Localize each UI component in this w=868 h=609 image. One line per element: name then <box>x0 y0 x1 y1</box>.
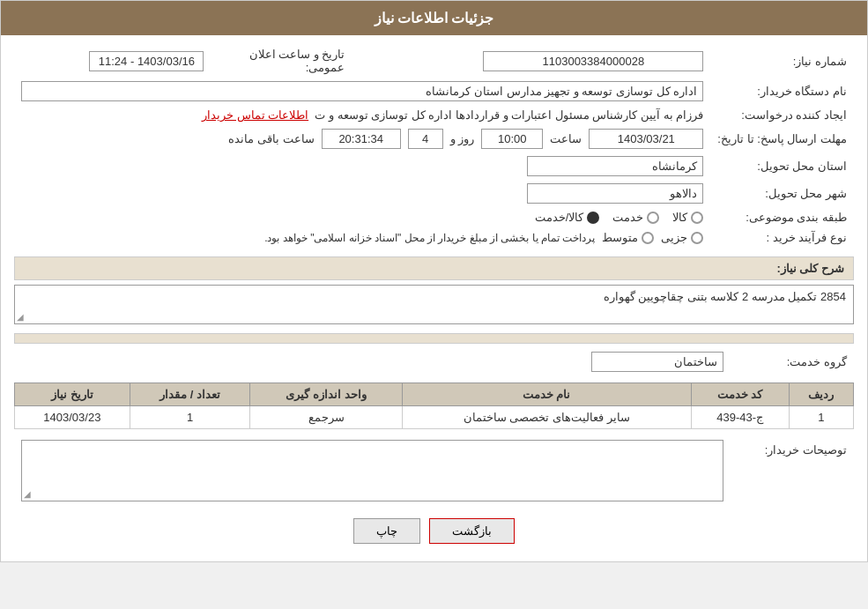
process-type-label: نوع فرآیند خرید : <box>710 227 854 248</box>
table-row: 1ج-43-439سایر فعالیت‌های تخصصی ساختمانسر… <box>15 406 854 429</box>
category-radio-khedmat[interactable]: خدمت <box>612 211 659 224</box>
creator-label: ایجاد کننده درخواست: <box>710 105 854 125</box>
back-button[interactable]: بازگشت <box>429 518 515 544</box>
days-label: روز و <box>450 132 475 145</box>
process-radio-jozii[interactable]: جزیی <box>661 231 703 244</box>
province-box: کرمانشاه <box>527 156 703 176</box>
cell-name: سایر فعالیت‌های تخصصی ساختمان <box>402 406 691 429</box>
button-row: بازگشت چاپ <box>14 518 854 544</box>
deadline-days-box: 4 <box>408 129 443 149</box>
pub-date-box: 1403/03/16 - 11:24 <box>89 51 204 71</box>
deadline-time-box: 10:00 <box>481 129 543 149</box>
province-value: کرمانشاه <box>14 152 710 180</box>
col-date: تاریخ نیاز <box>15 383 130 406</box>
col-code: کد خدمت <box>691 383 789 406</box>
buyer-org-value: اداره کل توسازی توسعه و تجهیز مدارس استا… <box>14 78 710 105</box>
city-value: دالاهو <box>14 180 710 207</box>
need-number-box: 1103003384000028 <box>483 51 703 71</box>
deadline-date-box: 1403/03/21 <box>589 129 703 149</box>
col-row: ردیف <box>789 383 853 406</box>
process-type-value: جزیی متوسط پرداخت تمام یا بخشی از مبلغ خ… <box>14 227 710 248</box>
col-qty: تعداد / مقدار <box>130 383 250 406</box>
cell-qty: 1 <box>130 406 250 429</box>
col-name: نام خدمت <box>402 383 691 406</box>
need-number-value: 1103003384000028 <box>352 44 710 78</box>
services-table: ردیف کد خدمت نام خدمت واحد اندازه گیری ت… <box>14 382 854 429</box>
category-label: طبقه بندی موضوعی: <box>710 207 854 227</box>
resize-icon: ◢ <box>17 312 24 322</box>
deadline-value: 1403/03/21 ساعت 10:00 روز و 4 20:31:34 <box>14 125 710 152</box>
page-header: جزئیات اطلاعات نیاز <box>1 1 867 35</box>
radio-khedmat-icon <box>647 212 659 224</box>
print-button[interactable]: چاپ <box>353 518 420 544</box>
process-radio-motavasset[interactable]: متوسط <box>602 231 654 244</box>
services-section-title <box>14 333 854 344</box>
cell-date: 1403/03/23 <box>15 406 130 429</box>
city-label: شهر محل تحویل: <box>710 180 854 207</box>
need-description-box: 2854 تکمیل مدرسه 2 کلاسه بتنی چقاچویین گ… <box>14 285 854 324</box>
need-desc-section-title: شرح کلی نیاز: <box>14 256 854 280</box>
city-box: دالاهو <box>527 183 703 204</box>
cell-row: 1 <box>789 406 853 429</box>
col-unit: واحد اندازه گیری <box>250 383 402 406</box>
buyer-org-box: اداره کل توسازی توسعه و تجهیز مدارس استا… <box>21 81 703 101</box>
radio-motavasset-icon <box>642 232 654 244</box>
need-number-label: شماره نیاز: <box>710 44 854 78</box>
creator-link[interactable]: اطلاعات تماس خریدار <box>202 108 308 122</box>
radio-kala-icon <box>691 212 703 224</box>
header-title: جزئیات اطلاعات نیاز <box>375 11 494 26</box>
buyer-notes-label: توصیحات خریدار: <box>731 436 854 505</box>
province-label: استان محل تحویل: <box>710 152 854 180</box>
need-description-text: 2854 تکمیل مدرسه 2 کلاسه بتنی چقاچویین گ… <box>15 286 853 308</box>
time-label: ساعت <box>550 132 582 145</box>
category-radio-both[interactable]: کالا/خدمت <box>535 211 600 224</box>
service-group-label: گروه خدمت: <box>731 348 854 375</box>
radio-jozii-icon <box>691 232 703 244</box>
pub-date-value: 1403/03/16 - 11:24 <box>14 44 211 78</box>
deadline-remaining-box: 20:31:34 <box>322 129 401 149</box>
buyer-notes-box: ◢ <box>21 440 723 501</box>
deadline-label: مهلت ارسال پاسخ: تا تاریخ: <box>710 125 854 152</box>
service-group-value: ساختمان <box>14 348 731 375</box>
buyer-notes-value: ◢ <box>14 436 731 505</box>
buyer-resize-icon: ◢ <box>24 489 31 499</box>
cell-code: ج-43-439 <box>691 406 789 429</box>
creator-value: فرزام به آیین کارشناس مسئول اعتبارات و ق… <box>14 105 710 125</box>
service-group-box: ساختمان <box>591 352 723 372</box>
category-value: کالا خدمت کالا/خدمت <box>14 207 710 227</box>
pub-date-label: تاریخ و ساعت اعلان عمومی: <box>211 44 352 78</box>
process-note: پرداخت تمام یا بخشی از مبلغ خریدار از مح… <box>264 232 595 244</box>
category-radio-kala[interactable]: کالا <box>672 211 703 224</box>
buyer-org-label: نام دستگاه خریدار: <box>710 78 854 105</box>
remaining-label: ساعت باقی مانده <box>228 132 314 145</box>
cell-unit: سرجمع <box>250 406 402 429</box>
radio-both-icon <box>587 212 599 224</box>
